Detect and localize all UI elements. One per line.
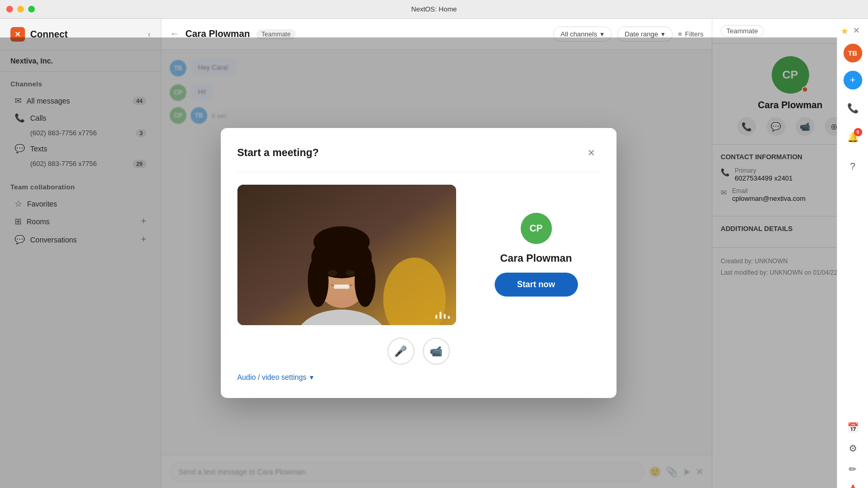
close-dot[interactable] <box>6 6 13 12</box>
filter-icon: ≡ <box>678 30 682 38</box>
modal-title: Start a meeting? <box>237 147 319 159</box>
filters-label: Filters <box>685 30 703 38</box>
star-contact-button[interactable]: ★ <box>840 25 849 37</box>
minimize-dot[interactable] <box>17 6 24 12</box>
svg-point-10 <box>346 270 355 276</box>
add-icon: + <box>850 75 856 86</box>
date-range-label: Date range <box>625 30 658 38</box>
app-container: ✕ Connect ‹ Nextiva, Inc. Channels ✉ All… <box>0 19 868 488</box>
modal-contact-avatar: CP <box>521 213 552 244</box>
microphone-button[interactable]: 🎤 <box>387 338 414 365</box>
microphone-icon: 🎤 <box>394 345 407 357</box>
teammate-tag: Teammate <box>721 25 764 37</box>
help-button[interactable]: ? <box>842 156 863 177</box>
modal-right: CP Cara Plowman Start now <box>473 213 600 297</box>
channels-chevron-icon: ▾ <box>600 30 604 38</box>
inbox-icon: 📥 <box>847 484 859 488</box>
pencil-nav-button[interactable]: ✏ <box>842 459 863 480</box>
all-channels-label: All channels <box>561 30 597 38</box>
add-button[interactable]: + <box>844 71 862 89</box>
window-controls <box>6 6 35 12</box>
camera-button[interactable]: 📹 <box>423 338 450 365</box>
modal-header: Start a meeting? ✕ <box>237 145 600 172</box>
video-preview <box>237 185 456 325</box>
fullscreen-dot[interactable] <box>28 6 35 12</box>
svg-rect-11 <box>334 285 349 289</box>
svg-point-7 <box>355 255 375 307</box>
start-now-button[interactable]: Start now <box>495 273 578 297</box>
svg-point-8 <box>313 226 370 258</box>
video-person-svg <box>237 185 456 325</box>
audio-indicator <box>435 312 450 319</box>
audio-settings-label: Audio / video settings <box>237 373 307 381</box>
notifications-button[interactable]: 🔔 5 <box>842 127 863 148</box>
svg-point-9 <box>328 270 337 276</box>
window-title: NextOS: Home <box>411 5 457 13</box>
modal-overlay: Start a meeting? ✕ <box>0 37 837 488</box>
inbox-nav-button[interactable]: 📥 <box>842 480 863 488</box>
modal-close-button[interactable]: ✕ <box>583 145 600 161</box>
audio-settings-chevron-icon: ▾ <box>310 373 313 381</box>
svg-point-6 <box>308 255 329 307</box>
date-chevron-icon: ▾ <box>661 30 665 38</box>
audio-settings: Audio / video settings ▾ <box>237 373 600 381</box>
modal-controls: 🎤 📹 <box>237 338 600 365</box>
user-avatar-button[interactable]: TB <box>844 44 862 62</box>
meeting-modal: Start a meeting? ✕ <box>221 128 617 398</box>
filters-button[interactable]: ≡ Filters <box>678 30 703 38</box>
pencil-icon: ✏ <box>849 464 857 475</box>
titlebar: NextOS: Home <box>0 0 868 19</box>
notifications-badge: 5 <box>854 128 862 136</box>
modal-body: CP Cara Plowman Start now <box>237 185 600 325</box>
phone-nav-icon: 📞 <box>847 102 859 114</box>
phone-nav-button[interactable]: 📞 <box>842 98 863 119</box>
settings-nav-button[interactable]: ⚙ <box>842 438 863 459</box>
modal-contact-name: Cara Plowman <box>500 252 572 264</box>
calendar-nav-button[interactable]: 📅 <box>842 417 863 438</box>
close-panel-button[interactable]: ✕ <box>853 25 860 37</box>
settings-icon: ⚙ <box>849 443 857 454</box>
help-icon: ? <box>850 161 855 172</box>
top-nav: TB + 📞 🔔 5 ? 📅 ⚙ ✏ 📥 <box>837 37 868 488</box>
calendar-icon: 📅 <box>847 422 859 433</box>
camera-icon: 📹 <box>430 345 443 357</box>
audio-settings-link[interactable]: Audio / video settings ▾ <box>237 373 600 381</box>
